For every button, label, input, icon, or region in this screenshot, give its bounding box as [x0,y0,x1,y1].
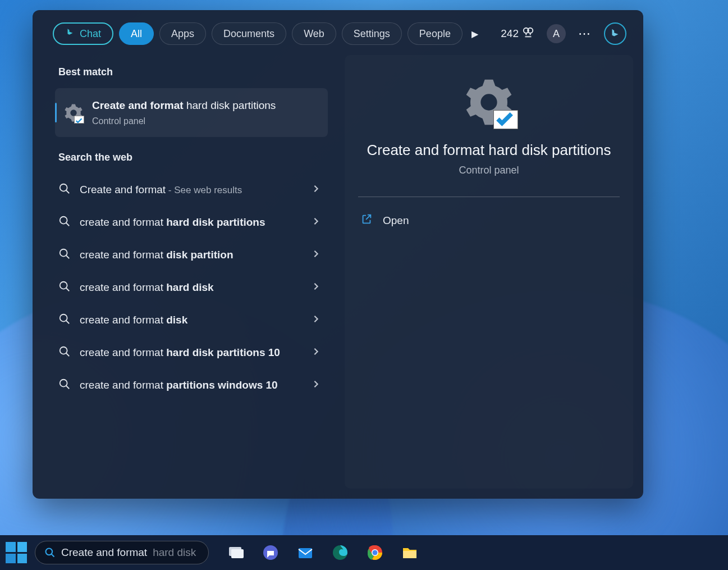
chat-label: Chat [80,28,101,40]
gear-icon [64,103,83,122]
filter-overflow-icon[interactable]: ▶ [471,29,478,39]
reward-points: 242 [501,28,519,40]
chevron-right-icon [312,250,320,260]
web-result-prefix: create and format [80,379,166,391]
svg-point-4 [60,249,67,257]
search-icon [58,183,71,197]
search-icon [58,248,71,262]
svg-point-5 [60,282,67,289]
web-result-bold: hard disk partitions [166,216,265,228]
web-result-prefix: create and format [80,346,166,358]
results-column: Best match Create and format hard disk p… [43,55,335,489]
filter-label: People [419,28,451,40]
gear-icon [463,77,515,127]
web-result-item[interactable]: create and format disk partition [55,239,328,271]
filter-label: All [131,28,142,40]
chevron-right-icon [312,185,320,195]
filter-all[interactable]: All [119,22,154,45]
web-result-text: create and format disk partition [80,248,303,262]
chat-icon[interactable] [260,542,281,563]
web-result-item[interactable]: create and format hard disk partitions [55,206,328,239]
search-icon [58,215,71,230]
web-result-text: Create and format - See web results [80,183,303,197]
filter-label: Documents [223,28,274,40]
web-result-bold: hard disk [166,281,213,293]
edge-icon[interactable] [330,542,350,563]
svg-point-2 [60,184,67,191]
mail-icon[interactable] [295,542,315,563]
svg-rect-13 [299,548,312,558]
filter-people[interactable]: People [408,22,463,45]
filter-web[interactable]: Web [292,22,336,45]
start-button[interactable] [6,542,27,563]
search-icon [58,313,71,327]
detail-panel: Create and format hard disk partitions C… [345,55,633,489]
web-result-bold: partitions windows 10 [166,379,277,391]
chevron-right-icon [312,217,320,227]
rewards-badge[interactable]: 242 [501,26,534,42]
chevron-right-icon [312,348,320,358]
web-result-text: create and format hard disk [80,280,303,295]
taskbar-search-typed: Create and format [61,546,147,559]
chat-pill[interactable]: Chat [53,22,113,45]
topbar-right: 242 A ⋯ [501,22,626,45]
chevron-right-icon [312,315,320,325]
svg-point-9 [46,549,53,555]
web-result-prefix: create and format [80,216,166,228]
taskbar-pinned-apps [226,542,420,563]
web-result-item[interactable]: Create and format - See web results [55,174,328,206]
web-result-item[interactable]: create and format partitions windows 10 [55,369,328,402]
best-match-title-rest: hard disk partitions [184,99,276,111]
bing-icon [65,28,75,40]
best-match-item[interactable]: Create and format hard disk partitions C… [55,88,328,137]
best-match-subtitle: Control panel [92,115,276,127]
svg-rect-19 [403,551,416,558]
svg-point-8 [60,380,67,387]
filter-documents[interactable]: Documents [212,22,286,45]
web-result-text: create and format partitions windows 10 [80,378,303,393]
profile-initial: A [553,28,560,40]
open-icon [360,213,373,228]
web-result-item[interactable]: create and format hard disk [55,271,328,304]
web-result-prefix: create and format [80,281,166,293]
search-icon [58,345,71,360]
divider [358,197,620,197]
task-view-icon[interactable] [226,542,246,563]
search-web-heading: Search the web [58,152,328,163]
web-result-item[interactable]: create and format hard disk partitions 1… [55,336,328,369]
web-result-text: create and format hard disk partitions [80,215,303,230]
chrome-icon[interactable] [365,542,385,563]
detail-title: Create and format hard disk partitions [367,142,611,159]
web-result-prefix: create and format [80,314,166,326]
filter-settings[interactable]: Settings [342,22,402,45]
web-result-item[interactable]: create and format disk [55,304,328,336]
detail-subtitle: Control panel [459,165,519,176]
more-options-button[interactable]: ⋯ [578,26,592,41]
search-icon [58,378,71,393]
chevron-right-icon [312,380,320,390]
search-icon [58,280,71,295]
file-explorer-icon[interactable] [400,542,420,563]
web-results-list: Create and format - See web results crea… [55,174,328,402]
taskbar: Create and format hard disk [0,535,728,570]
filter-label: Web [304,28,324,40]
search-body: Best match Create and format hard disk p… [33,55,643,499]
checkmark-icon [74,116,84,124]
filter-apps[interactable]: Apps [159,22,206,45]
svg-rect-11 [231,549,244,558]
chevron-right-icon [312,282,320,293]
taskbar-search-ghost: hard disk [153,546,196,559]
filter-label: Settings [354,28,390,40]
best-match-title: Create and format hard disk partitions [92,98,276,113]
web-result-suffix: - See web results [166,185,242,195]
web-result-text: create and format disk [80,313,303,327]
web-result-bold: hard disk partitions 10 [166,346,280,358]
bing-chat-button[interactable] [604,22,626,45]
web-result-bold: disk [166,314,187,326]
web-result-bold: disk partition [166,249,233,261]
web-result-text: create and format hard disk partitions 1… [80,345,303,360]
taskbar-search-box[interactable]: Create and format hard disk [35,541,209,564]
search-flyout: Chat All Apps Documents Web Settings Peo… [33,10,643,499]
open-action[interactable]: Open [358,208,411,232]
profile-button[interactable]: A [547,24,566,43]
